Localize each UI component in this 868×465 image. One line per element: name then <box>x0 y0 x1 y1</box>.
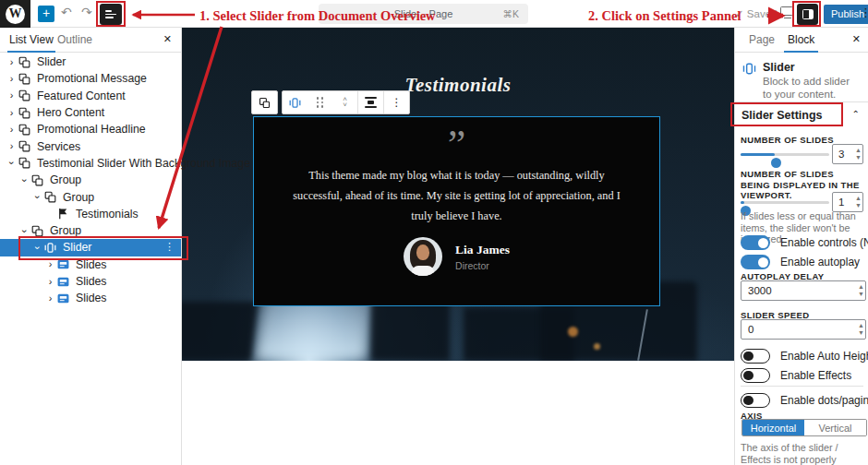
command-center-bar[interactable]: Slider · Page ⌘K <box>319 4 528 24</box>
tab-page[interactable]: Page <box>749 28 775 53</box>
chevron-down-icon[interactable]: › <box>19 225 30 237</box>
chevron-up-icon[interactable]: ⌃ <box>852 109 860 119</box>
editor-canvas: Testimonials <box>182 28 734 465</box>
chevron-right-icon[interactable]: › <box>6 90 18 101</box>
list-item-hero-content[interactable]: ›Hero Content <box>0 104 181 121</box>
viewport-slides-control: ▲▼ <box>741 192 863 212</box>
list-item-slider[interactable]: ›Slider⋮ <box>0 239 181 256</box>
slider-block-selected[interactable]: ” This theme made my blog what it is tod… <box>253 116 660 306</box>
select-parent-button[interactable] <box>252 91 277 113</box>
preview-button[interactable] <box>780 6 795 19</box>
chevron-right-icon[interactable]: › <box>44 293 56 304</box>
chevron-down-icon[interactable]: › <box>32 191 42 203</box>
chevron-right-icon[interactable]: › <box>6 125 18 135</box>
list-item-promotional-message[interactable]: ›Promotional Message <box>0 70 181 87</box>
slider-settings-panel-header[interactable]: Slider Settings ⌃ <box>735 101 868 127</box>
list-item-group[interactable]: ›Group <box>0 172 181 188</box>
saved-status: ✓ Saved <box>735 7 777 20</box>
options-menu-icon[interactable]: ⋮ <box>860 6 868 19</box>
list-view-icon <box>105 8 116 20</box>
list-item-label: Slides <box>76 275 107 288</box>
check-icon: ✓ <box>735 8 744 19</box>
add-block-button[interactable]: + <box>38 6 54 22</box>
autoplay-delay-input[interactable] <box>741 280 866 301</box>
row-options-icon[interactable]: ⋮ <box>164 241 175 253</box>
dots-pagination-row: Enable dots/pagination <box>741 393 868 408</box>
list-item-slides[interactable]: ›Slides <box>0 256 181 273</box>
list-item-label: Testimonial Slider With Background Image <box>37 157 250 170</box>
chevron-down-icon[interactable]: › <box>32 242 42 254</box>
redo-icon[interactable]: ↷ <box>81 5 92 19</box>
testimonial-author: Lia James Director <box>254 237 659 276</box>
auto-height-row: Enable Auto Height <box>741 349 868 364</box>
list-item-label: Testimonials <box>76 208 139 221</box>
document-overview-button[interactable] <box>100 4 122 25</box>
enable-controls-toggle[interactable] <box>741 235 770 250</box>
axis-horizontal-option[interactable]: Horizontal <box>742 420 804 435</box>
list-item-testimonial-slider-with-background-image[interactable]: ›Testimonial Slider With Background Imag… <box>0 155 181 172</box>
undo-icon[interactable]: ↶ <box>61 5 72 19</box>
list-view-tree: ›Slider›Promotional Message›Featured Con… <box>0 53 181 306</box>
chevron-right-icon[interactable]: › <box>44 277 56 287</box>
ellipsis-icon: ⋮ <box>392 96 403 109</box>
chevron-right-icon[interactable]: › <box>6 108 18 118</box>
list-view-panel: List View Outline ✕ ›Slider›Promotional … <box>0 28 182 465</box>
stepper-icons[interactable]: ▲▼ <box>858 322 864 337</box>
axis-vertical-option[interactable]: Vertical <box>804 420 866 435</box>
list-item-label: Slides <box>76 258 107 271</box>
move-up-down-buttons[interactable]: ˄˅ <box>332 91 357 113</box>
group-block-icon <box>18 156 31 170</box>
list-item-featured-content[interactable]: ›Featured Content <box>0 88 181 104</box>
enable-autoplay-label: Enable autoplay <box>780 256 860 268</box>
slider-speed-input[interactable] <box>741 319 866 340</box>
group-block-icon <box>18 106 31 120</box>
enable-controls-row: Enable controls (Nav Arrows) <box>741 235 868 250</box>
list-item-slider[interactable]: ›Slider <box>0 54 181 70</box>
list-item-services[interactable]: ›Services <box>0 137 181 154</box>
enable-autoplay-toggle[interactable] <box>741 255 770 269</box>
list-item-group[interactable]: ›Group <box>0 188 181 205</box>
drag-handle[interactable] <box>307 91 332 113</box>
justify-button[interactable] <box>358 91 383 113</box>
block-options-button[interactable]: ⋮ <box>384 91 409 113</box>
block-card-title: Slider <box>763 61 795 74</box>
list-item-label: Group <box>63 191 94 204</box>
slider-block-button[interactable] <box>283 91 307 113</box>
tab-list-view[interactable]: List View <box>9 28 54 53</box>
slider-speed-row: ▲▼ <box>741 319 866 340</box>
chevron-right-icon[interactable]: › <box>6 74 18 84</box>
tab-block[interactable]: Block <box>788 28 814 53</box>
stepper-icons[interactable]: ▲▼ <box>858 283 864 298</box>
slider-white-block-icon <box>43 241 57 255</box>
chevron-down-icon[interactable]: › <box>6 157 17 169</box>
list-item-label: Hero Content <box>37 106 104 119</box>
list-item-label: Group <box>50 224 81 237</box>
testimonial-quote: This theme made my blog what it is today… <box>254 165 659 226</box>
wordpress-logo-button[interactable]: W <box>0 0 30 28</box>
group-block-icon <box>43 190 57 204</box>
quote-mark: ” <box>254 126 659 163</box>
stepper-icons[interactable]: ▲▼ <box>855 195 862 209</box>
viewport-slides-slider[interactable] <box>741 201 829 204</box>
chevron-right-icon[interactable]: › <box>6 141 18 151</box>
command-shortcut: ⌘K <box>502 8 519 19</box>
list-item-slides[interactable]: ›Slides <box>0 290 181 306</box>
list-item-promotional-headline[interactable]: ›Promotional Headline <box>0 121 181 137</box>
chevron-down-icon[interactable]: › <box>19 174 30 186</box>
effects-toggle[interactable] <box>741 368 770 383</box>
tab-outline[interactable]: Outline <box>57 28 92 53</box>
close-icon[interactable]: ✕ <box>163 33 172 45</box>
auto-height-label: Enable Auto Height <box>780 350 868 363</box>
stepper-icons[interactable]: ▲▼ <box>855 147 862 161</box>
num-slides-slider[interactable] <box>741 153 829 156</box>
auto-height-toggle[interactable] <box>741 349 770 364</box>
editor-topbar: W + ↶ ↷ Slider · Page ⌘K ✓ Saved Publish… <box>0 0 868 28</box>
close-icon[interactable]: ✕ <box>852 33 861 45</box>
chevron-right-icon[interactable]: › <box>44 259 56 269</box>
list-item-slides[interactable]: ›Slides <box>0 273 181 290</box>
list-item-testimonials[interactable]: Testimonials <box>0 206 181 222</box>
settings-panel-button[interactable] <box>797 4 818 25</box>
list-item-group[interactable]: ›Group <box>0 222 181 239</box>
chevron-right-icon[interactable]: › <box>6 57 18 67</box>
dots-pagination-toggle[interactable] <box>741 393 770 408</box>
